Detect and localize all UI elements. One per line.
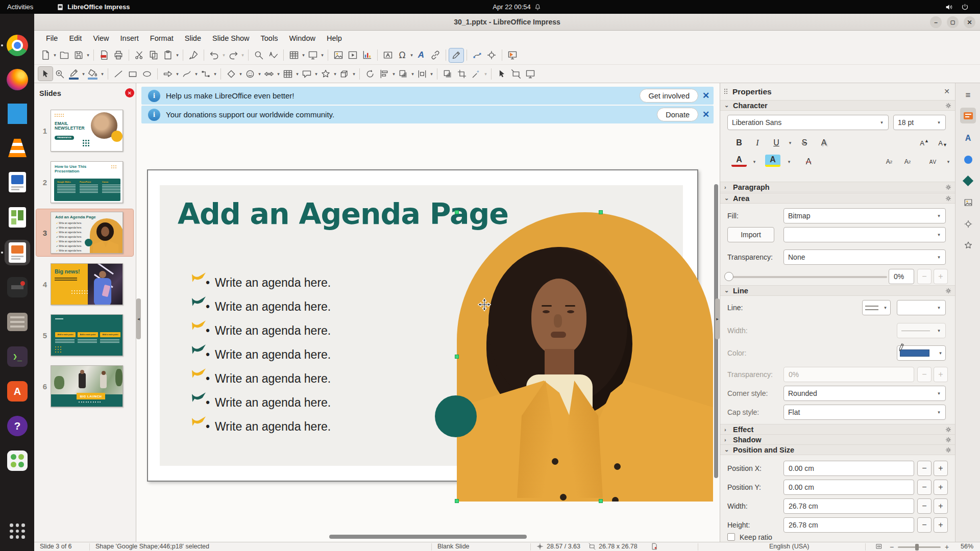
zoom-out-icon[interactable]: − [890, 543, 894, 551]
infobar-close-icon[interactable]: ✕ [698, 90, 714, 101]
sidebar-settings-icon[interactable]: ≡ [960, 87, 976, 103]
line-transparency-field[interactable] [783, 367, 914, 382]
select-tool-icon[interactable] [38, 67, 53, 81]
save-icon[interactable] [71, 48, 86, 62]
agenda-item[interactable]: Write an agenda here. [215, 372, 331, 386]
video-editor-icon[interactable] [5, 275, 30, 299]
effect-section-header[interactable]: ›Effect [720, 424, 955, 435]
insert-text-box-icon[interactable] [381, 48, 395, 62]
transparency-slider-track[interactable] [727, 276, 887, 278]
block-arrows-dropdown[interactable]: ▾ [276, 71, 281, 77]
align-objects-icon[interactable] [377, 67, 391, 81]
animation-deck-icon[interactable] [960, 152, 976, 167]
activities-button[interactable]: Activities [0, 0, 40, 14]
effect-more-options-icon[interactable] [945, 426, 952, 433]
insert-chart-icon[interactable] [360, 48, 374, 62]
transparency-type-select[interactable]: None ▾ [783, 249, 946, 265]
import-button[interactable]: Import [727, 227, 774, 242]
slide-layout-status[interactable]: Blank Slide [437, 543, 470, 550]
horizontal-scrollbar[interactable] [329, 535, 527, 539]
slide-editing-canvas[interactable]: i Help us make LibreOffice even better! … [136, 83, 720, 542]
show-draw-functions-icon[interactable] [449, 48, 463, 62]
insert-image-icon[interactable] [331, 48, 346, 62]
cap-style-select[interactable]: Flat ▾ [783, 405, 946, 420]
copy-icon[interactable] [146, 48, 161, 62]
block-arrows-icon[interactable] [262, 67, 276, 81]
language-status[interactable]: English (USA) [769, 543, 810, 550]
insert-table-dropdown[interactable]: ▾ [301, 53, 306, 58]
arrange-icon[interactable] [396, 67, 410, 81]
fill-color-icon[interactable] [86, 67, 100, 81]
master-slides-deck-icon[interactable] [960, 173, 976, 189]
edit-points-icon[interactable] [470, 48, 484, 62]
area-more-options-icon[interactable] [945, 195, 952, 202]
character-more-options-icon[interactable] [945, 102, 952, 109]
menu-file[interactable]: File [40, 32, 63, 44]
ellipse-icon[interactable] [140, 67, 154, 81]
shadow-button[interactable]: A [816, 136, 831, 150]
dropdown-caret-icon[interactable]: ▾ [937, 328, 941, 333]
rotate-icon[interactable] [363, 67, 377, 81]
crop-image-icon[interactable] [455, 67, 469, 81]
character-section-header[interactable]: ⌄Character [720, 100, 955, 111]
dropdown-caret-icon[interactable]: ▾ [879, 120, 884, 125]
italic-button[interactable]: I [750, 136, 765, 150]
show-applications-icon[interactable] [5, 519, 30, 543]
redo-icon[interactable] [226, 48, 240, 62]
slide-thumbnail-2[interactable]: 2 How to Use This Presentation Google Sl… [36, 159, 133, 206]
menu-tools[interactable]: Tools [255, 32, 284, 44]
dropdown-caret-icon[interactable]: ▾ [937, 305, 941, 310]
symbol-shapes-icon[interactable] [243, 67, 257, 81]
agenda-item[interactable]: Write an agenda here. [215, 324, 331, 338]
font-name-select[interactable]: Liberation Sans ▾ [727, 115, 889, 130]
zoom-slider-thumb[interactable] [915, 544, 919, 550]
arrange-dropdown[interactable]: ▾ [410, 71, 415, 77]
curve-dropdown[interactable]: ▾ [194, 71, 199, 77]
system-status-menu[interactable] [938, 0, 976, 14]
window-title-bar[interactable]: 30_1.pptx - LibreOffice Impress – ▢ ✕ [34, 14, 980, 31]
display-views-dropdown[interactable]: ▾ [320, 53, 325, 58]
filter-dropdown[interactable]: ▾ [483, 71, 488, 77]
libreoffice-calc-icon[interactable] [5, 205, 30, 230]
vlc-icon[interactable] [5, 136, 30, 160]
slides-panel-close-icon[interactable]: ✕ [125, 88, 134, 97]
agenda-item[interactable]: Write an agenda here. [215, 420, 331, 434]
lines-arrows-dropdown[interactable]: ▾ [175, 71, 180, 77]
agenda-item[interactable]: Write an agenda here. [215, 348, 331, 362]
font-size-select[interactable]: 18 pt ▾ [893, 115, 946, 130]
properties-deck-icon[interactable] [960, 108, 976, 123]
dropdown-caret-icon[interactable]: ▾ [883, 305, 888, 310]
teal-circle-shape[interactable] [435, 395, 477, 437]
highlight-color-dropdown-icon[interactable]: ▾ [781, 155, 797, 169]
selected-image-woman-portrait[interactable] [457, 212, 713, 502]
libreoffice-impress-icon[interactable] [5, 240, 30, 265]
agenda-item[interactable]: Write an agenda here. [215, 396, 331, 410]
keep-ratio-checkbox[interactable] [727, 533, 735, 541]
dropdown-caret-icon[interactable]: ▾ [937, 410, 941, 415]
menu-view[interactable]: View [87, 32, 114, 44]
distribute-dropdown[interactable]: ▾ [429, 71, 434, 77]
redo-dropdown[interactable]: ▾ [240, 53, 245, 58]
width-plus-button[interactable]: + [934, 498, 948, 514]
insert-fontwork-icon[interactable]: A [414, 48, 428, 62]
focused-app-menu[interactable]: LibreOffice Impress [50, 0, 137, 14]
new-document-icon[interactable] [38, 48, 53, 62]
agenda-item[interactable]: Write an agenda here. [215, 300, 331, 314]
paragraph-more-options-icon[interactable] [945, 184, 952, 191]
shadow-section-header[interactable]: ›Shadow [720, 434, 955, 445]
presentation-monitor-icon[interactable] [523, 67, 537, 81]
menu-edit[interactable]: Edit [63, 32, 87, 44]
slide-thumbnail-1[interactable]: 1 EMAIL NEWSLETTER PRESENTATION [36, 107, 133, 154]
callout-shapes-icon[interactable] [300, 67, 314, 81]
line-color-dropdown[interactable]: ▾ [81, 71, 86, 77]
undo-icon[interactable] [207, 48, 222, 62]
lines-arrows-icon[interactable] [161, 67, 175, 81]
properties-close-icon[interactable]: ✕ [944, 87, 950, 95]
agenda-item[interactable]: Write an agenda here. [215, 276, 331, 290]
connector-icon[interactable] [199, 67, 213, 81]
transparency-percent-field[interactable] [889, 269, 914, 284]
shapes-deck-icon[interactable] [960, 237, 976, 253]
dropdown-caret-icon[interactable]: ▾ [937, 232, 941, 237]
bitmap-select[interactable]: ▾ [783, 227, 946, 242]
flowchart-dropdown[interactable]: ▾ [295, 71, 300, 77]
